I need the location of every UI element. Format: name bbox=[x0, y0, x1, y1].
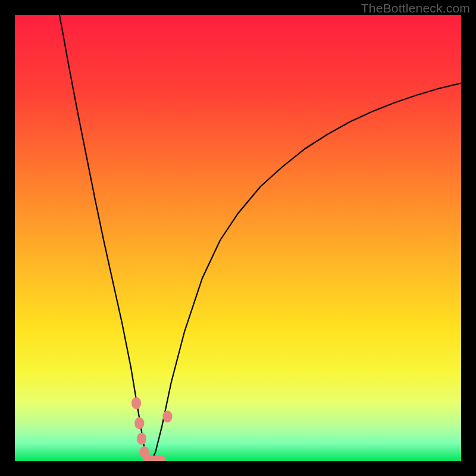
marker-point bbox=[137, 433, 146, 445]
chart-frame: TheBottleneck.com bbox=[0, 0, 476, 476]
marker-point bbox=[131, 397, 141, 409]
gradient-background bbox=[15, 15, 461, 461]
watermark-text: TheBottleneck.com bbox=[361, 1, 470, 15]
marker-point bbox=[163, 411, 173, 422]
chart-svg bbox=[15, 15, 461, 461]
marker-point bbox=[134, 417, 144, 429]
plot-area bbox=[15, 15, 461, 461]
